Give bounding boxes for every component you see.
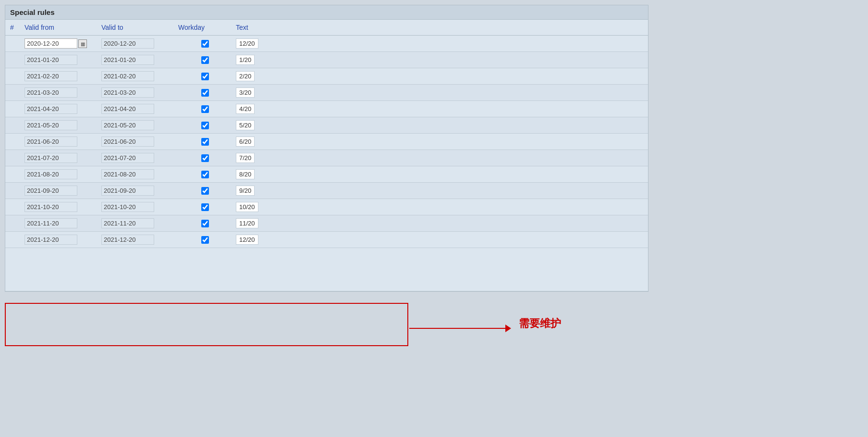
valid-to-text: 2021-09-20 <box>101 186 154 196</box>
valid-from-cell[interactable]: 2021-03-20 <box>23 86 99 99</box>
workday-checkbox[interactable] <box>201 122 209 129</box>
valid-from-text: 2021-12-20 <box>24 235 77 245</box>
table-header: # Valid from Valid to Workday Text <box>5 20 648 36</box>
workday-cell[interactable] <box>176 104 234 114</box>
workday-checkbox[interactable] <box>201 154 209 162</box>
calendar-icon[interactable]: ▦ <box>78 39 87 48</box>
workday-checkbox[interactable] <box>201 236 209 244</box>
workday-checkbox[interactable] <box>201 203 209 211</box>
workday-cell[interactable] <box>176 137 234 147</box>
text-value: 3/20 <box>236 87 255 98</box>
workday-checkbox[interactable] <box>201 105 209 113</box>
valid-to-cell: 2021-02-20 <box>99 70 176 83</box>
workday-checkbox[interactable] <box>201 138 209 146</box>
table-row: 2021-04-202021-04-204/20 <box>5 101 648 117</box>
row-number <box>8 140 23 143</box>
section-title: Special rules <box>5 5 648 20</box>
valid-from-cell[interactable]: 2021-02-20 <box>23 70 99 83</box>
valid-from-text: 2021-10-20 <box>24 202 77 212</box>
text-value: 2/20 <box>236 71 255 81</box>
col-valid-from: Valid from <box>23 22 99 33</box>
text-value: 4/20 <box>236 104 255 114</box>
valid-to-text: 2021-08-20 <box>101 169 154 179</box>
valid-to-cell: 2021-08-20 <box>99 168 176 181</box>
workday-cell[interactable] <box>176 218 234 229</box>
table-row: 2021-09-202021-09-209/20 <box>5 183 648 199</box>
text-cell: 6/20 <box>234 137 645 147</box>
valid-to-text: 2021-06-20 <box>101 137 154 147</box>
valid-to-text: 2021-05-20 <box>101 120 154 130</box>
workday-cell[interactable] <box>176 38 234 49</box>
valid-to-cell: 2021-12-20 <box>99 233 176 246</box>
text-value: 12/20 <box>236 38 258 49</box>
workday-cell[interactable] <box>176 202 234 212</box>
text-cell: 12/20 <box>234 38 645 49</box>
valid-to-cell: 2021-04-20 <box>99 102 176 115</box>
empty-area <box>5 248 648 291</box>
arrow-line <box>409 328 505 329</box>
text-cell: 9/20 <box>234 186 645 196</box>
annotation-highlight-box <box>5 303 408 346</box>
workday-cell[interactable] <box>176 153 234 163</box>
workday-cell[interactable] <box>176 87 234 98</box>
valid-from-cell[interactable]: 2021-01-20 <box>23 53 99 66</box>
table-body: ▦2020-12-2012/202021-01-202021-01-201/20… <box>5 36 648 248</box>
row-number <box>8 157 23 160</box>
valid-from-input[interactable] <box>24 38 77 49</box>
special-rules-panel: Special rules # Valid from Valid to Work… <box>5 5 648 292</box>
workday-checkbox[interactable] <box>201 73 209 80</box>
text-cell: 12/20 <box>234 235 645 245</box>
valid-from-cell[interactable]: 2021-06-20 <box>23 135 99 148</box>
valid-to-cell: 2021-05-20 <box>99 119 176 132</box>
valid-from-cell[interactable]: 2021-11-20 <box>23 217 99 230</box>
valid-from-text: 2021-08-20 <box>24 169 77 179</box>
text-cell: 2/20 <box>234 71 645 81</box>
valid-to-text: 2021-04-20 <box>101 104 154 114</box>
annotation-arrow <box>409 325 511 332</box>
workday-checkbox[interactable] <box>201 171 209 178</box>
valid-from-cell[interactable]: ▦ <box>23 37 99 50</box>
text-cell: 7/20 <box>234 153 645 163</box>
valid-from-text: 2021-07-20 <box>24 153 77 163</box>
valid-from-text: 2021-04-20 <box>24 104 77 114</box>
valid-from-cell[interactable]: 2021-12-20 <box>23 233 99 246</box>
valid-from-cell[interactable]: 2021-07-20 <box>23 151 99 164</box>
valid-to-text: 2021-01-20 <box>101 55 154 65</box>
row-number <box>8 189 23 192</box>
row-number <box>8 206 23 209</box>
valid-to-cell: 2021-07-20 <box>99 151 176 164</box>
valid-to-text: 2021-07-20 <box>101 153 154 163</box>
valid-from-cell[interactable]: 2021-05-20 <box>23 119 99 132</box>
workday-checkbox[interactable] <box>201 40 209 48</box>
valid-to-text: 2021-02-20 <box>101 71 154 81</box>
text-value: 8/20 <box>236 169 255 179</box>
valid-from-cell[interactable]: 2021-10-20 <box>23 200 99 213</box>
workday-cell[interactable] <box>176 120 234 131</box>
workday-checkbox[interactable] <box>201 220 209 227</box>
workday-checkbox[interactable] <box>201 89 209 97</box>
table-row: ▦2020-12-2012/20 <box>5 36 648 52</box>
text-cell: 5/20 <box>234 120 645 130</box>
valid-to-text: 2020-12-20 <box>101 38 154 49</box>
text-value: 1/20 <box>236 55 255 65</box>
workday-checkbox[interactable] <box>201 56 209 64</box>
workday-cell[interactable] <box>176 55 234 65</box>
workday-cell[interactable] <box>176 235 234 245</box>
text-cell: 11/20 <box>234 218 645 228</box>
valid-from-text: 2021-03-20 <box>24 87 77 98</box>
workday-cell[interactable] <box>176 169 234 180</box>
text-cell: 4/20 <box>234 104 645 114</box>
text-value: 9/20 <box>236 186 255 196</box>
workday-cell[interactable] <box>176 186 234 196</box>
valid-to-text: 2021-10-20 <box>101 202 154 212</box>
valid-to-cell: 2021-11-20 <box>99 217 176 230</box>
text-value: 6/20 <box>236 137 255 147</box>
valid-from-cell[interactable]: 2021-08-20 <box>23 168 99 181</box>
valid-from-text: 2021-09-20 <box>24 186 77 196</box>
valid-from-cell[interactable]: 2021-09-20 <box>23 184 99 197</box>
row-number <box>8 124 23 127</box>
valid-to-cell: 2021-03-20 <box>99 86 176 99</box>
workday-cell[interactable] <box>176 71 234 82</box>
valid-from-cell[interactable]: 2021-04-20 <box>23 102 99 115</box>
workday-checkbox[interactable] <box>201 187 209 195</box>
